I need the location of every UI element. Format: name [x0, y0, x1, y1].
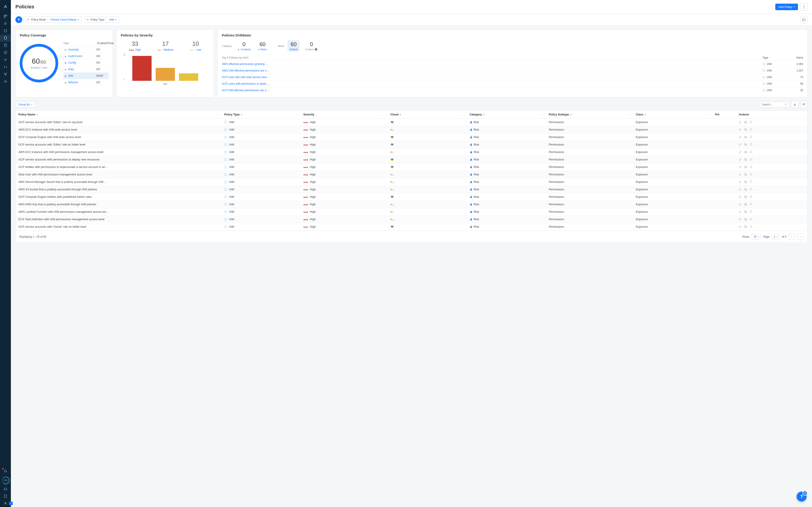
copy-icon[interactable] — [744, 135, 747, 139]
type-link[interactable]: Network — [68, 81, 78, 84]
edit-icon[interactable] — [739, 225, 742, 228]
copy-icon[interactable] — [744, 165, 747, 169]
drilldown-policy-link[interactable]: AWS IAM effective permissions are o… — [222, 69, 762, 72]
table-row[interactable]: AWS EC2 instance with IAM permissions ma… — [16, 149, 807, 156]
coverage-type-row[interactable]: ◈IAM60/60 — [63, 73, 108, 79]
default-metric[interactable]: 60 Default — [288, 40, 300, 52]
incidents-metric[interactable]: 0 ▲Incidents — [235, 40, 253, 52]
bell-icon[interactable] — [750, 173, 753, 176]
severity-medium-link[interactable]: Medium — [164, 48, 173, 51]
type-link[interactable]: Config — [68, 61, 76, 64]
copy-icon[interactable] — [744, 203, 747, 206]
edit-icon[interactable] — [739, 143, 742, 146]
table-row[interactable]: GCP service accounts with 'Editor' role … — [16, 141, 807, 149]
col-severity[interactable]: Severity↑⋮⋮ — [301, 111, 388, 119]
bell-icon[interactable] — [750, 203, 753, 206]
copy-icon[interactable] — [744, 180, 747, 183]
table-row[interactable]: GCP Compute Engine with IAM write access… — [16, 133, 807, 141]
bell-icon[interactable] — [750, 225, 753, 228]
sidebar-expand-button[interactable]: › — [9, 502, 13, 505]
bell-icon[interactable] — [750, 121, 753, 124]
col-policy-type[interactable]: Policy Type⇅⋮⋮ — [221, 111, 300, 119]
bar-med[interactable] — [156, 68, 175, 81]
bell-icon[interactable] — [750, 188, 753, 191]
type-link[interactable]: Audit Event — [68, 55, 82, 58]
col-pol[interactable]: Pol — [712, 111, 736, 119]
drilldown-policy-link[interactable]: GCP IAM effective permissions are o… — [222, 89, 762, 92]
copy-icon[interactable] — [744, 225, 747, 228]
edit-icon[interactable] — [739, 195, 742, 199]
group-by-button[interactable]: Group By▾ — [15, 101, 35, 108]
copy-icon[interactable] — [744, 128, 747, 131]
bell-icon[interactable] — [750, 195, 753, 199]
table-row[interactable]: AWS EC2 instance with IAM write access l… — [16, 126, 807, 133]
copy-icon[interactable] — [744, 195, 747, 199]
edit-icon[interactable] — [739, 128, 742, 131]
help-button[interactable]: ?17 — [797, 492, 807, 502]
edit-icon[interactable] — [739, 203, 742, 206]
more-menu-button[interactable] — [800, 3, 807, 10]
table-row[interactable]: ECS Task Definition with IAM permissions… — [16, 216, 807, 223]
edit-icon[interactable] — [739, 210, 742, 214]
table-row[interactable]: AWS S3 bucket that is publicly accessibl… — [16, 186, 807, 193]
drilldown-policy-link[interactable]: GCP users with permissions to deplo… — [222, 82, 762, 85]
bar-high[interactable] — [132, 56, 152, 81]
nav-docs[interactable] — [0, 493, 11, 500]
copy-icon[interactable] — [744, 143, 747, 146]
page-select[interactable]: 1▾ — [772, 234, 779, 239]
coverage-type-row[interactable]: ◈Network0/0 — [63, 79, 108, 86]
edit-icon[interactable] — [739, 180, 742, 183]
edit-icon[interactable] — [739, 158, 742, 161]
chip-value[interactable]: Prisma Cloud Default▾ — [48, 17, 81, 23]
copy-icon[interactable] — [744, 158, 747, 161]
nav-compute[interactable]: › — [0, 56, 11, 63]
columns-button[interactable] — [800, 101, 807, 108]
edit-icon[interactable] — [739, 135, 742, 139]
nav-dashboard[interactable]: › — [0, 13, 11, 20]
nav-policies[interactable] — [0, 35, 11, 42]
nav-notifications[interactable] — [0, 468, 11, 475]
credits-progress[interactable]: 78% — [2, 477, 9, 484]
bell-icon[interactable] — [750, 151, 753, 154]
type-link[interactable]: Data — [68, 68, 74, 71]
next-page-button[interactable]: › — [797, 234, 804, 240]
download-button[interactable] — [791, 101, 798, 108]
chip-remove-icon[interactable]: ✕ — [85, 18, 91, 21]
bell-icon[interactable] — [750, 218, 753, 221]
bell-icon[interactable] — [750, 135, 753, 139]
edit-icon[interactable] — [739, 151, 742, 154]
col-category[interactable]: Category⇅⋮⋮ — [467, 111, 546, 119]
nav-network[interactable]: › — [0, 71, 11, 78]
bar-low[interactable] — [179, 73, 198, 81]
edit-icon[interactable] — [739, 188, 742, 191]
chip-remove-icon[interactable]: ✕ — [25, 18, 31, 21]
search-box[interactable] — [760, 102, 789, 108]
bell-icon[interactable] — [750, 158, 753, 161]
col-subtype[interactable]: Policy Subtype⇅⋮⋮ — [546, 111, 633, 119]
reset-filters-button[interactable] — [800, 16, 807, 23]
edit-icon[interactable] — [739, 121, 742, 124]
prev-page-button[interactable]: ‹ — [789, 234, 795, 240]
nav-alerts[interactable]: › — [0, 49, 11, 56]
coverage-type-row[interactable]: ◈Audit Event0/0 — [63, 53, 108, 60]
table-row[interactable]: GCP Compute Engine entities with predefi… — [16, 193, 807, 201]
copy-icon[interactable] — [744, 121, 747, 124]
severity-low-link[interactable]: Low — [196, 48, 201, 51]
nav-inventory[interactable]: › — [0, 20, 11, 27]
table-row[interactable]: GCP service accounts with permissions to… — [16, 156, 807, 163]
type-link[interactable]: IAM — [68, 74, 73, 77]
nav-code[interactable]: › — [0, 63, 11, 71]
bell-icon[interactable] — [750, 210, 753, 214]
coverage-type-row[interactable]: ◈Anomaly0/0 — [63, 46, 108, 53]
table-row[interactable]: GCP service accounts with 'Owner' role o… — [16, 223, 807, 231]
table-row[interactable]: GCP entities with permissions to imperso… — [16, 163, 807, 171]
col-policy-name[interactable]: Policy Name⇅⋮⋮ — [16, 111, 221, 119]
coverage-type-row[interactable]: ◈Data0/0 — [63, 66, 108, 73]
table-row[interactable]: GCP service accounts with 'Editor' role … — [16, 119, 807, 126]
table-row[interactable]: AWS Lambda Function with IAM permissions… — [16, 208, 807, 216]
copy-icon[interactable] — [744, 218, 747, 221]
add-policy-button[interactable]: Add Policy▾ — [775, 4, 798, 10]
copy-icon[interactable] — [744, 188, 747, 191]
drilldown-policy-link[interactable]: AWS effective permissions granting … — [222, 62, 762, 66]
copy-icon[interactable] — [744, 210, 747, 214]
